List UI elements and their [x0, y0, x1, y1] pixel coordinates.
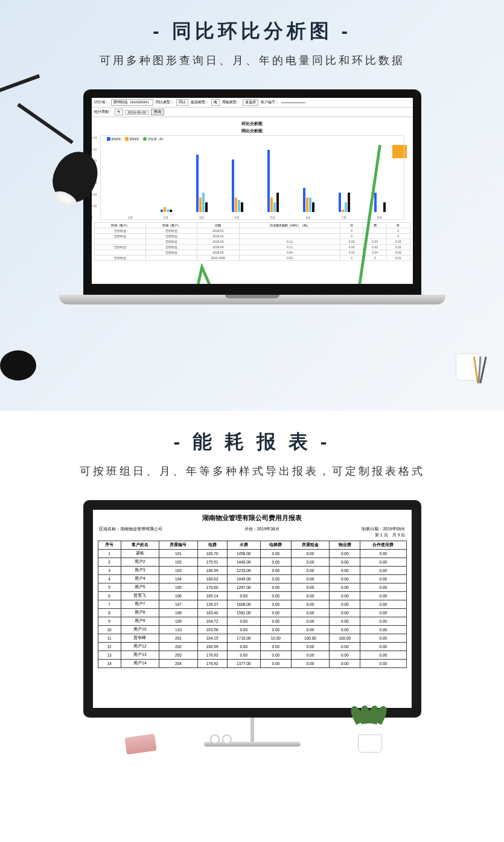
chart-legend: 2018年 2019年 增长率（%）	[107, 137, 166, 141]
earbuds-decoration	[210, 734, 234, 747]
meta-area-value: 湖南物业管理有限公司	[120, 527, 162, 531]
desk-decorations	[71, 722, 433, 753]
chart1-title: 环比分析图	[94, 121, 410, 127]
app-screen-1: 计区域： 慧明制造（91010024） 同比类型： 同比 能源类型： 电 用能类…	[92, 98, 413, 284]
black-sphere-decoration	[0, 350, 36, 381]
meta-date-label: 制表日期：	[362, 527, 383, 531]
query-button[interactable]: 查询	[151, 109, 164, 115]
date-input[interactable]: 2019-09-20	[126, 110, 149, 115]
laptop-mockup: 计区域： 慧明制造（91010024） 同比类型： 同比 能源类型： 电 用能类…	[59, 89, 445, 304]
monitor-mockup: 湖南物业管理有限公司费用月报表 区域名称：湖南物业管理有限公司 月份：2019年…	[71, 500, 433, 747]
chart-bars	[113, 145, 398, 212]
usage-label: 用能类型：	[222, 100, 240, 105]
report-section: - 能 耗 报 表 - 可按班组日、月、年等多种样式导出报表，可定制报表格式 湖…	[0, 411, 504, 842]
comparison-chart: 2018年 2019年 增长率（%） 0.140.120.100.080.060…	[100, 135, 404, 220]
legend-2018: 2018年	[112, 137, 121, 141]
app-screen-2: 湖南物业管理有限公司费用月报表 区域名称：湖南物业管理有限公司 月份：2019年…	[93, 510, 412, 708]
chart2-title: 同比分析图	[94, 128, 410, 134]
analysis-chart-section: - 同比环比分析图 - 可用多种图形查询日、月、年的电量同比和环比数据 计区域：…	[0, 0, 504, 411]
x-axis: 1月2月3月4月5月6月7月8月	[113, 216, 398, 219]
monthly-report-table: 序号客户姓名房屋编号电费水费电梯费房屋租金物业费合作使用费1梁栋101160.7…	[98, 541, 407, 668]
report-title: 湖南物业管理有限公司费用月报表	[93, 510, 412, 526]
legend-rate: 增长率（%）	[148, 137, 165, 141]
meta-month-label: 月份：	[244, 527, 257, 531]
meta-date-value: 2019年09月	[383, 527, 405, 531]
type-label: 同比类型：	[156, 100, 174, 105]
customer-label: 客户编号：	[261, 100, 279, 105]
energy-label: 能源类型：	[191, 100, 209, 105]
legend-2019: 2019年	[130, 137, 139, 141]
section2-subtitle: 可按班组日、月、年等多种样式导出报表，可定制报表格式	[0, 464, 504, 478]
plant-decoration	[349, 698, 391, 753]
chart-data-table: 区域（客户）区域（客户）日期日本期月能耗（kWh）（吨）日周年慧明制造慧明制造2…	[94, 222, 410, 261]
type-select[interactable]: 同比	[176, 99, 188, 106]
desk-lamp-decoration	[0, 85, 103, 254]
report-meta: 区域名称：湖南物业管理有限公司 月份：2019年08月 制表日期：2019年09…	[93, 526, 412, 541]
usage-select[interactable]: 请选择	[243, 99, 258, 106]
meta-area-label: 区域名称：	[99, 527, 120, 531]
area-select[interactable]: 慧明制造（91010024）	[111, 99, 154, 106]
customer-input[interactable]	[281, 102, 305, 103]
meta-month-value: 2019年08月	[257, 527, 279, 531]
filter-toolbar-2: 统计周期： 年 2019-09-20 查询	[92, 108, 413, 117]
filter-toolbar: 计区域： 慧明制造（91010024） 同比类型： 同比 能源类型： 电 用能类…	[92, 98, 413, 108]
section1-subtitle: 可用多种图形查询日、月、年的电量同比和环比数据	[0, 53, 504, 68]
energy-select[interactable]: 电	[211, 99, 220, 106]
section2-title: - 能 耗 报 表 -	[0, 429, 504, 455]
laptop-base	[59, 295, 445, 304]
phone-decoration	[124, 734, 156, 755]
period-select[interactable]: 年	[115, 109, 123, 115]
meta-page-info: 第 1 页 共 9 页	[375, 533, 406, 537]
section1-title: - 同比环比分析图 -	[0, 18, 504, 45]
